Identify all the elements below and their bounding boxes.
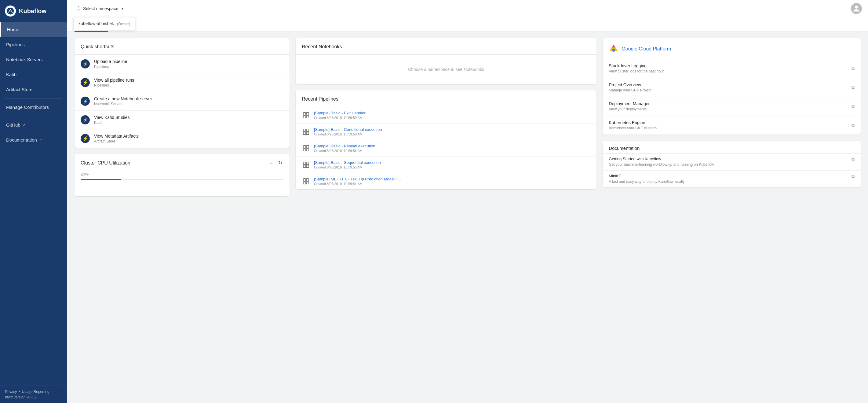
namespace-dropdown: kubeflow-abhishek (Owner) bbox=[73, 17, 135, 30]
gcp-item-desc-3: Administer your GKE clusters bbox=[609, 126, 657, 130]
external-link-icon-github: ↗ bbox=[22, 123, 25, 127]
gcp-card: Google Cloud Platform Stackdriver Loggin… bbox=[602, 38, 861, 135]
pipeline-date-4: Created 8/26/2019, 10:59:54 AM bbox=[314, 182, 401, 185]
cpu-refresh-button[interactable]: ↻ bbox=[277, 159, 283, 167]
tabs-bar: Dashboard Activity bbox=[67, 17, 868, 32]
svg-rect-14 bbox=[303, 149, 306, 151]
cpu-filter-button[interactable]: ≡ bbox=[269, 159, 274, 167]
pipeline-date-2: Created 8/26/2019, 10:59:56 AM bbox=[314, 149, 375, 152]
doc-item-0[interactable]: Getting Started with Kubeflow Get your m… bbox=[602, 153, 861, 171]
logo-icon bbox=[5, 5, 16, 17]
sidebar-item-pipelines[interactable]: Pipelines bbox=[0, 37, 67, 52]
shortcut-text-4: View Metadata Artifacts Artifact Store bbox=[94, 134, 139, 143]
pipeline-date-3: Created 8/26/2019, 10:59:55 AM bbox=[314, 166, 381, 169]
cpu-title: Cluster CPU Utilization bbox=[81, 160, 130, 166]
shortcut-label-4: View Metadata Artifacts bbox=[94, 134, 139, 139]
gcp-item-1[interactable]: Project Overview Manage your GCP Project… bbox=[602, 78, 861, 97]
pipeline-item-1[interactable]: [Sample] Basic - Conditional execution C… bbox=[296, 123, 596, 140]
sidebar-divider-1 bbox=[5, 98, 62, 98]
gcp-item-label-2: Deployment Manager bbox=[609, 101, 650, 106]
shortcut-upload-pipeline[interactable]: ⚡ Upload a pipeline Pipelines bbox=[74, 55, 289, 74]
cpu-percent-label: 20% bbox=[81, 172, 283, 176]
shortcut-label-1: View all pipeline runs bbox=[94, 78, 134, 83]
svg-rect-20 bbox=[303, 178, 306, 181]
cluster-cpu-card: Cluster CPU Utilization ≡ ↻ 20% bbox=[74, 154, 289, 196]
doc-item-1[interactable]: MiniKF A fast and easy way to deploy Kub… bbox=[602, 171, 861, 188]
cpu-bar-container bbox=[81, 179, 283, 180]
namespace-option-role: (Owner) bbox=[117, 22, 130, 26]
gcp-item-text-2: Deployment Manager View your deployments bbox=[609, 101, 650, 111]
svg-rect-10 bbox=[303, 132, 306, 135]
shortcut-sublabel-3: Katib bbox=[94, 120, 129, 125]
ext-link-icon-3: ⧉ bbox=[851, 123, 855, 128]
doc-section-title: Documentation bbox=[602, 141, 861, 153]
svg-point-2 bbox=[8, 12, 9, 13]
footer-dot: • bbox=[19, 390, 20, 394]
namespace-option[interactable]: kubeflow-abhishek (Owner) bbox=[73, 18, 135, 30]
sidebar: Kubeflow Home Pipelines Notebook Servers… bbox=[0, 0, 67, 403]
gcp-title: Google Cloud Platform bbox=[622, 46, 671, 52]
doc-item-desc-0: Get your machine-learning workflow up an… bbox=[609, 162, 714, 167]
usage-reporting-link[interactable]: Usage Reporting bbox=[22, 390, 50, 394]
sidebar-item-katib[interactable]: Katib bbox=[0, 67, 67, 82]
sidebar-footer: Privacy • Usage Reporting build version … bbox=[0, 385, 67, 403]
ext-link-icon-0: ⧉ bbox=[851, 66, 855, 71]
shortcut-text-1: View all pipeline runs Pipelines bbox=[94, 78, 134, 87]
gcp-item-2[interactable]: Deployment Manager View your deployments… bbox=[602, 97, 861, 116]
dashboard-content: Quick shortcuts ⚡ Upload a pipeline Pipe… bbox=[67, 32, 868, 403]
gcp-item-label-3: Kubernetes Engine bbox=[609, 120, 657, 125]
documentation-card: Documentation Getting Started with Kubef… bbox=[602, 141, 861, 188]
shortcut-view-katib[interactable]: ⚡ View Katib Studies Katib bbox=[74, 111, 289, 129]
gcp-item-desc-1: Manage your GCP Project bbox=[609, 88, 651, 92]
dashboard-grid: Quick shortcuts ⚡ Upload a pipeline Pipe… bbox=[67, 32, 868, 202]
sidebar-divider-2 bbox=[5, 116, 62, 116]
doc-item-text-1: MiniKF A fast and easy way to deploy Kub… bbox=[609, 174, 684, 184]
shortcut-sublabel-4: Artifact Store bbox=[94, 139, 139, 143]
pipeline-item-2[interactable]: [Sample] Basic - Parallel execution Crea… bbox=[296, 140, 596, 156]
gcp-item-label-1: Project Overview bbox=[609, 82, 651, 87]
ext-link-icon-2: ⧉ bbox=[851, 104, 855, 109]
svg-point-24 bbox=[612, 49, 615, 52]
privacy-link[interactable]: Privacy bbox=[5, 390, 17, 394]
bolt-icon-3: ⚡ bbox=[81, 115, 90, 124]
svg-rect-15 bbox=[306, 149, 309, 151]
doc-item-text-0: Getting Started with Kubeflow Get your m… bbox=[609, 156, 714, 167]
svg-rect-7 bbox=[306, 116, 309, 118]
pipeline-icon-3 bbox=[302, 161, 310, 169]
sidebar-item-home[interactable]: Home bbox=[0, 22, 67, 37]
pipeline-text-4: [Sample] ML - TFX - Taxi Tip Prediction … bbox=[314, 177, 401, 185]
gcp-item-text-3: Kubernetes Engine Administer your GKE cl… bbox=[609, 120, 657, 130]
doc-item-label-1: MiniKF bbox=[609, 174, 684, 178]
pipeline-icon-4 bbox=[302, 177, 310, 185]
sidebar-item-documentation[interactable]: Documentation ↗ bbox=[0, 133, 67, 147]
sidebar-item-artifact-store[interactable]: Artifact Store bbox=[0, 82, 67, 97]
shortcut-view-metadata[interactable]: ⚡ View Metadata Artifacts Artifact Store bbox=[74, 129, 289, 148]
gcp-item-0[interactable]: Stackdriver Logging View cluster logs fo… bbox=[602, 59, 861, 78]
pipeline-item-3[interactable]: [Sample] Basic - Sequential execution Cr… bbox=[296, 156, 596, 173]
sidebar-item-manage-contributors[interactable]: Manage Contributors bbox=[0, 100, 67, 115]
shortcut-view-pipeline-runs[interactable]: ⚡ View all pipeline runs Pipelines bbox=[74, 74, 289, 92]
bolt-icon-0: ⚡ bbox=[81, 59, 90, 68]
svg-rect-12 bbox=[303, 146, 306, 148]
logo-area: Kubeflow bbox=[0, 0, 67, 22]
gcp-item-label-0: Stackdriver Logging bbox=[609, 63, 664, 68]
quick-shortcuts-card: Quick shortcuts ⚡ Upload a pipeline Pipe… bbox=[74, 38, 289, 148]
shortcut-create-notebook[interactable]: ⚡ Create a new Notebook server Notebook … bbox=[74, 92, 289, 111]
namespace-icon: ⬡ bbox=[76, 5, 81, 11]
build-version: build version v0.6.2 bbox=[5, 395, 62, 399]
svg-rect-9 bbox=[306, 129, 309, 132]
shortcut-text-2: Create a new Notebook server Notebook Se… bbox=[94, 96, 152, 106]
namespace-selector[interactable]: ⬡ Select namespace ▼ bbox=[73, 4, 127, 13]
pipeline-icon-1 bbox=[302, 127, 310, 136]
sidebar-nav: Home Pipelines Notebook Servers Katib Ar… bbox=[0, 22, 67, 385]
svg-rect-5 bbox=[306, 113, 309, 115]
left-column: Quick shortcuts ⚡ Upload a pipeline Pipe… bbox=[74, 38, 289, 196]
svg-rect-23 bbox=[306, 182, 309, 184]
sidebar-item-github[interactable]: GitHub ↗ bbox=[0, 117, 67, 133]
quick-shortcuts-title: Quick shortcuts bbox=[74, 38, 289, 54]
gcp-item-3[interactable]: Kubernetes Engine Administer your GKE cl… bbox=[602, 116, 861, 135]
pipeline-item-4[interactable]: [Sample] ML - TFX - Taxi Tip Prediction … bbox=[296, 173, 596, 189]
user-avatar[interactable] bbox=[851, 3, 862, 14]
pipeline-item-0[interactable]: [Sample] Basic - Exit Handler Created 8/… bbox=[296, 107, 596, 123]
sidebar-item-notebook-servers[interactable]: Notebook Servers bbox=[0, 52, 67, 67]
